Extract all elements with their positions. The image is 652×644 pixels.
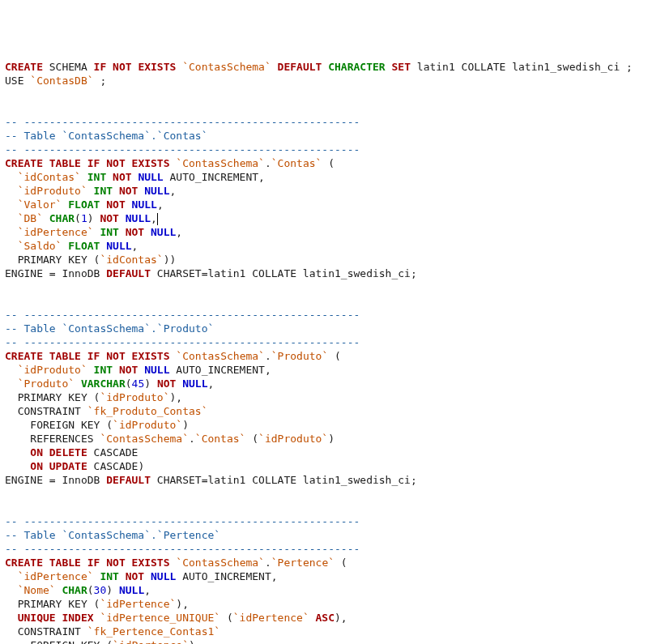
code-token: CREATE	[5, 350, 43, 362]
code-token: `fk_Produto_Contas`	[87, 405, 208, 417]
code-token: ),	[335, 612, 347, 624]
code-token: IF	[87, 157, 100, 169]
code-token: INT	[100, 570, 118, 582]
code-token	[5, 171, 18, 183]
code-token: NULL	[126, 212, 151, 224]
code-token: (	[75, 212, 81, 224]
code-token: )	[106, 584, 119, 596]
code-token: CHARSET=latin1 COLLATE latin1_swedish_ci…	[151, 474, 417, 486]
code-token: ON	[30, 446, 43, 458]
code-token	[81, 157, 87, 169]
code-token: `Pertence`	[271, 557, 335, 569]
code-token	[5, 364, 18, 376]
code-token: )	[144, 377, 157, 390]
code-token: UPDATE	[49, 460, 87, 472]
code-token: -- Table `ContasSchema`.`Pertence`	[5, 529, 220, 541]
code-token	[106, 171, 113, 183]
code-token: NULL	[132, 198, 157, 211]
code-token	[271, 61, 278, 73]
code-token	[113, 364, 119, 376]
code-token	[5, 460, 30, 472]
code-token: NULL	[106, 240, 131, 252]
code-token: CHARSET=latin1 COLLATE latin1_swedish_ci…	[151, 267, 417, 279]
code-token: ))	[164, 254, 177, 266]
code-token	[5, 226, 18, 238]
code-token: (	[87, 584, 94, 596]
code-token: -- Table `ContasSchema`.`Contas`	[5, 130, 207, 142]
code-token: NULL	[119, 584, 144, 596]
text-cursor	[157, 213, 158, 225]
code-token: `Saldo`	[18, 240, 62, 252]
code-token: `idPertence`	[18, 226, 94, 238]
code-token: `ContasDB`	[30, 75, 93, 87]
code-token: `idProduto`	[100, 391, 169, 403]
code-token	[144, 226, 151, 238]
code-token	[119, 212, 126, 224]
code-token	[106, 61, 113, 73]
code-token: NULL	[144, 364, 169, 376]
code-token: NOT	[106, 350, 125, 362]
code-token: USE	[5, 75, 30, 87]
code-token	[5, 612, 18, 624]
code-token: EXISTS	[138, 61, 176, 73]
code-token: NULL	[144, 185, 169, 197]
code-token: CONSTRAINT	[5, 405, 87, 417]
code-token	[43, 157, 49, 169]
code-token: NOT	[113, 171, 131, 183]
code-token: CASCADE	[87, 446, 138, 458]
code-token	[176, 377, 182, 390]
code-token	[119, 570, 126, 582]
code-token: INT	[94, 364, 113, 376]
code-token: `idPertence`	[18, 570, 94, 582]
code-token	[5, 446, 30, 458]
code-token	[5, 240, 18, 252]
code-token: .	[265, 350, 271, 362]
code-token: `fk_Pertence_Contas1`	[87, 625, 220, 638]
code-token: (	[126, 377, 132, 390]
code-token: `idProduto`	[18, 185, 87, 197]
code-token: `ContasSchema`	[100, 433, 189, 445]
code-token	[144, 570, 151, 582]
code-token: ,	[132, 240, 138, 252]
code-token: NOT	[106, 557, 125, 569]
code-token: `Produto`	[18, 377, 75, 390]
code-token: ,	[151, 212, 157, 224]
code-token: CHAR	[62, 584, 87, 596]
code-token: CREATE	[5, 61, 43, 73]
code-token: FOREIGN KEY (	[5, 419, 113, 431]
code-token: PRIMARY KEY (	[5, 391, 100, 403]
code-token: INT	[94, 185, 113, 197]
code-token: EXISTS	[132, 557, 170, 569]
code-token	[5, 584, 18, 596]
code-token: NOT	[100, 212, 118, 224]
code-token: CREATE	[5, 157, 43, 169]
code-token: FLOAT	[68, 198, 100, 211]
code-token	[43, 350, 49, 362]
code-token: IF	[87, 557, 100, 569]
code-token: -- -------------------------------------…	[5, 143, 360, 156]
code-token: DEFAULT	[106, 474, 151, 486]
code-token: CONSTRAINT	[5, 625, 87, 638]
code-token: ENGINE = InnoDB	[5, 267, 106, 279]
code-token: IF	[87, 350, 100, 362]
code-token: INDEX	[62, 612, 93, 624]
code-token: UNIQUE	[18, 612, 56, 624]
code-token: ,	[176, 226, 182, 238]
code-token: latin1 COLLATE latin1_swedish_ci ;	[411, 61, 633, 73]
code-token: CREATE	[5, 557, 43, 569]
code-token: `idPertence`	[100, 598, 176, 610]
code-token	[43, 446, 49, 458]
code-token: SCHEMA	[43, 61, 94, 73]
code-token: VARCHAR	[81, 377, 126, 390]
code-token: IF	[94, 61, 107, 73]
code-token: `idPertence`	[233, 612, 309, 624]
code-token: NULL	[151, 226, 176, 238]
code-token: (	[335, 557, 347, 569]
code-token: -- -------------------------------------…	[5, 309, 360, 321]
code-token: NOT	[119, 185, 138, 197]
code-token	[87, 185, 94, 197]
sql-code-block[interactable]: CREATE SCHEMA IF NOT EXISTS `ContasSchem…	[5, 60, 647, 644]
code-token	[386, 61, 392, 73]
code-token	[5, 198, 18, 211]
code-token: `idProduto`	[258, 433, 328, 445]
